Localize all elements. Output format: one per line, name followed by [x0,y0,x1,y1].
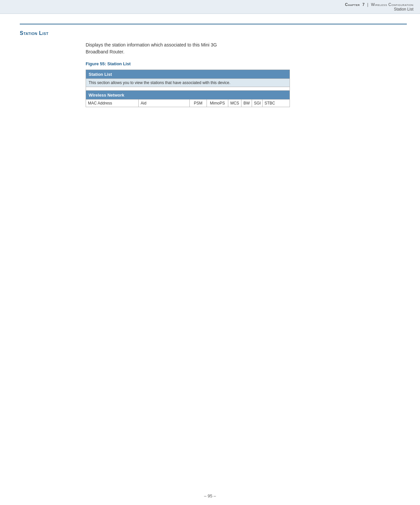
table-header: Station List [86,70,290,78]
col-psm-label: PSM [194,101,202,105]
chapter-heading: Chapter 7 | Wireless Configuration [345,2,413,7]
separator: | [367,2,369,7]
header-subtitle: Station List [394,7,413,12]
col-mcs-label: MCS [230,101,239,105]
description-line1: Displays the station information which a… [86,42,217,47]
col-header-mimops: MimoPS [207,100,228,107]
station-list-table: Station List This section allows you to … [86,70,290,107]
figure-label: Figure 55: Station List [86,61,407,66]
col-header-psm: PSM [190,100,207,107]
main-content: Station List Displays the station inform… [0,14,420,120]
col-header-mac: MAC Address [86,100,139,107]
table-header-label: Station List [89,72,112,77]
col-header-bw: BW [241,100,252,107]
section-title: Station List [20,30,407,36]
header-bar: Chapter 7 | Wireless Configuration Stati… [0,0,420,14]
table-spacer [86,87,290,90]
col-aid-label: Aid [141,101,146,105]
col-header-aid: Aid [139,100,190,107]
chapter-label: Chapter 7 [345,2,366,7]
col-sgi-label: SGI [254,101,261,105]
col-header-stbc: STBC [263,100,276,107]
table-column-headers: MAC Address Aid PSM MimoPS MCS BW SGI ST… [86,99,290,107]
chapter-word: Chapter [345,2,360,7]
col-header-sgi: SGI [252,100,263,107]
table-description-row: This section allows you to view the stat… [86,78,290,87]
wireless-network-header: Wireless Network [86,90,290,99]
page-number: – 95 – [204,493,216,498]
col-mac-label: MAC Address [88,101,112,105]
col-header-mcs: MCS [228,100,241,107]
col-mimops-label: MimoPS [210,101,225,105]
col-bw-label: BW [243,101,250,105]
section-divider [20,24,407,24]
col-stbc-label: STBC [265,101,275,105]
description-line2: Broadband Router. [86,49,125,54]
section-description: Displays the station information which a… [86,42,407,55]
wireless-network-label: Wireless Network [89,93,124,98]
chapter-number: 7 [362,2,365,7]
chapter-title: Wireless Configuration [371,2,413,7]
footer: – 95 – [0,493,420,498]
